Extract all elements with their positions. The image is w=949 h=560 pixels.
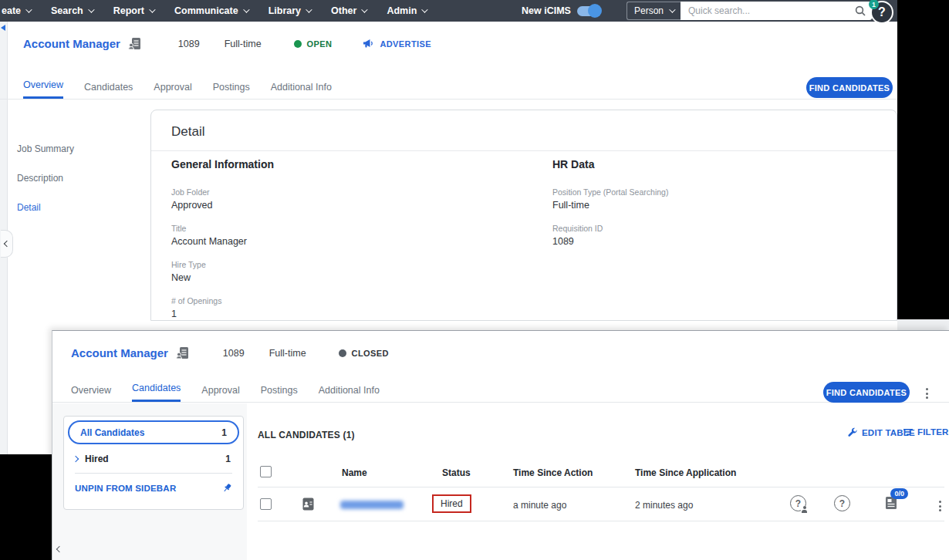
forms-review-icon[interactable]: 0/0 (884, 495, 898, 513)
candidate-table-header: Name Status Time Since Action Time Since… (258, 460, 944, 487)
field-value: New (171, 272, 511, 283)
status-dot-icon (339, 349, 346, 357)
job-profile-icon (176, 346, 189, 359)
filters-button[interactable]: FILTERS (903, 427, 949, 437)
tab-additional-info[interactable]: Additional Info (271, 82, 332, 99)
redacted-region-bottom-left (0, 454, 52, 560)
chevron-down-icon (243, 6, 249, 12)
row-checkbox[interactable] (260, 498, 272, 510)
status-value-highlighted: Hired (432, 494, 471, 513)
nav-item-label: Search (51, 5, 83, 16)
sidenav-item-description[interactable]: Description (8, 164, 150, 193)
column-header-time-since-application: Time Since Application (635, 467, 736, 478)
job-status: OPEN (294, 39, 333, 49)
nav-menu: eate Search Report Communicate Library O… (0, 0, 426, 22)
field-label: Title (171, 224, 511, 233)
notification-badge: 1 (869, 0, 879, 9)
find-candidates-button[interactable]: FIND CANDIDATES (806, 77, 893, 98)
bin-label: Hired (85, 454, 225, 464)
filters-label: FILTERS (917, 427, 949, 437)
candidate-row[interactable]: Hired a minute ago 2 minutes ago ? ? 0/0 (258, 488, 944, 521)
chevron-right-icon (73, 456, 79, 462)
page-background-strip (897, 319, 949, 330)
tab-candidates[interactable]: Candidates (84, 82, 133, 99)
new-icims-toggle[interactable] (577, 6, 600, 16)
candidate-bins-panel: All Candidates 1 Hired 1 UNPIN FROM SIDE… (63, 416, 244, 510)
select-all-checkbox[interactable] (260, 466, 272, 477)
sidenav-item-job-summary[interactable]: Job Summary (8, 134, 150, 164)
question-mark-circle-icon[interactable]: ? (834, 495, 850, 511)
nav-item-label: Report (113, 5, 144, 16)
bin-label: All Candidates (80, 427, 144, 438)
nav-item-label: eate (2, 5, 21, 16)
nav-item-other[interactable]: Other (331, 5, 366, 16)
chevron-down-icon (669, 6, 675, 12)
nav-item-create-partial[interactable]: eate (2, 5, 30, 16)
megaphone-icon (363, 39, 374, 49)
search-icon[interactable] (855, 5, 866, 16)
filter-icon (903, 427, 914, 437)
status-dot-icon (294, 40, 302, 48)
tab-overview[interactable]: Overview (23, 79, 63, 99)
redacted-region-top-right (897, 0, 949, 319)
chevron-left-icon (56, 546, 62, 552)
find-candidates-button[interactable]: FIND CANDIDATES (823, 382, 910, 403)
toggle-knob (588, 4, 602, 18)
job-header: Account Manager 1089 Full-time CLOSED (71, 346, 389, 359)
collapse-arrow-icon[interactable] (1, 25, 5, 31)
tab-candidates[interactable]: Candidates (132, 383, 181, 402)
unpin-from-sidebar-button[interactable]: UNPIN FROM SIDEBAR (64, 477, 243, 499)
field-hire-type: Hire Type New (171, 260, 511, 283)
resume-icon[interactable] (302, 498, 315, 511)
collapse-panel-button[interactable] (57, 541, 62, 555)
bin-hired[interactable]: Hired 1 (64, 448, 243, 470)
quick-search-input[interactable] (681, 2, 872, 20)
wrench-icon (847, 427, 858, 438)
general-information-section: General Information Job Folder Approved … (171, 158, 511, 321)
chevron-down-icon (362, 6, 368, 12)
more-options-icon[interactable] (923, 385, 931, 402)
tab-approval[interactable]: Approval (154, 82, 191, 99)
field-label: Hire Type (171, 260, 511, 269)
nav-item-admin[interactable]: Admin (387, 5, 426, 16)
pin-icon (222, 483, 232, 493)
bin-all-candidates[interactable]: All Candidates 1 (68, 420, 239, 444)
field-value: 1089 (552, 236, 892, 247)
tab-additional-info[interactable]: Additional Info (319, 385, 380, 402)
job-title-link[interactable]: Account Manager (23, 37, 120, 50)
tab-approval[interactable]: Approval (201, 385, 239, 402)
field-value: Account Manager (171, 236, 511, 247)
status-label: CLOSED (352, 349, 389, 358)
chevron-down-icon (25, 6, 32, 12)
nav-item-communicate[interactable]: Communicate (174, 5, 248, 16)
mini-person-icon (801, 506, 808, 513)
candidate-name-redacted[interactable] (340, 501, 404, 509)
advertise-button[interactable]: ADVERTISE (363, 39, 431, 49)
tab-overview[interactable]: Overview (71, 385, 111, 402)
collapse-panel-button[interactable] (1, 230, 13, 258)
nav-item-library[interactable]: Library (268, 5, 310, 16)
job-candidates-window: Account Manager 1089 Full-time CLOSED Ov… (52, 330, 949, 560)
screening-questions-icon[interactable]: ? (790, 495, 806, 511)
bin-count: 1 (225, 454, 231, 464)
help-button[interactable]: ? 1 (870, 1, 893, 24)
job-tabs: Overview Candidates Approval Postings Ad… (0, 77, 897, 100)
job-type: Full-time (269, 348, 306, 359)
tab-postings[interactable]: Postings (261, 385, 298, 402)
field-label: Position Type (Portal Searching) (552, 187, 892, 197)
nav-item-report[interactable]: Report (113, 5, 154, 16)
job-title-link[interactable]: Account Manager (71, 346, 168, 359)
field-label: Job Folder (171, 187, 511, 197)
chevron-down-icon (421, 6, 427, 12)
field-openings: # of Openings 1 (171, 296, 511, 319)
field-label: # of Openings (171, 296, 511, 305)
field-title: Title Account Manager (171, 224, 511, 247)
job-id: 1089 (178, 39, 200, 49)
nav-item-search[interactable]: Search (51, 5, 93, 16)
row-more-options-icon[interactable] (936, 498, 944, 514)
field-value: 1 (171, 309, 511, 319)
search-scope-dropdown[interactable]: Person (626, 2, 681, 20)
tab-postings[interactable]: Postings (213, 82, 250, 99)
chevron-down-icon (88, 6, 94, 12)
sidenav-item-detail[interactable]: Detail (8, 193, 150, 222)
